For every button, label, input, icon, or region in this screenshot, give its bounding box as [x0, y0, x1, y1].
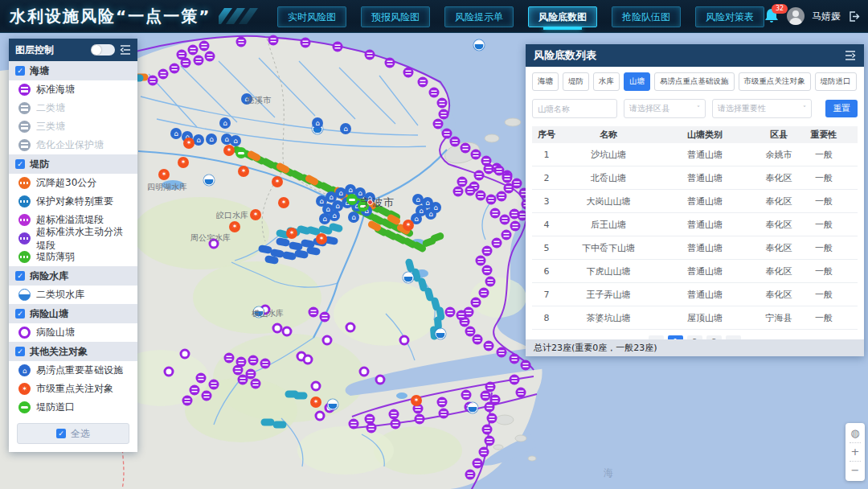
- table-row[interactable]: 4后王山塘普通山塘奉化区一般: [532, 213, 858, 236]
- seawall-marker[interactable]: [418, 77, 428, 88]
- seawall-marker[interactable]: [205, 51, 215, 62]
- risky-pond-marker[interactable]: [375, 375, 386, 385]
- reservoir-marker[interactable]: [403, 273, 414, 283]
- logout-icon[interactable]: [848, 10, 860, 23]
- seawall-marker[interactable]: [158, 69, 169, 80]
- seawall-marker[interactable]: [439, 109, 449, 120]
- seawall-marker[interactable]: [224, 353, 235, 364]
- nav-button[interactable]: 风险提示单: [444, 6, 514, 27]
- seawall-marker[interactable]: [473, 458, 483, 469]
- seawall-marker[interactable]: [437, 397, 448, 408]
- panel-collapse-icon[interactable]: [845, 51, 856, 60]
- seawall-marker[interactable]: [268, 35, 279, 46]
- reset-button[interactable]: 重置: [825, 100, 858, 117]
- seawall-marker[interactable]: [510, 221, 521, 232]
- seawall-marker[interactable]: [177, 50, 187, 60]
- seawall-marker[interactable]: [502, 230, 512, 240]
- seawall-marker[interactable]: [500, 215, 510, 225]
- city-focus-marker[interactable]: [250, 209, 261, 220]
- layer-item[interactable]: 保护对象特别重要: [9, 192, 137, 211]
- seawall-marker[interactable]: [476, 256, 486, 266]
- seawall-marker[interactable]: [479, 447, 489, 458]
- flood-point-marker[interactable]: [206, 134, 217, 145]
- layer-item[interactable]: 二类塘: [9, 99, 137, 117]
- seawall-marker[interactable]: [188, 45, 199, 55]
- risky-pond-marker[interactable]: [346, 323, 356, 333]
- table-row[interactable]: 7王子弄山塘普通山塘奉化区一般: [532, 283, 858, 306]
- category-tab[interactable]: 海塘: [532, 72, 559, 91]
- seawall-marker[interactable]: [365, 50, 375, 60]
- risky-pond-marker[interactable]: [282, 327, 293, 337]
- section-checkbox[interactable]: ✓: [15, 271, 25, 281]
- seawall-marker[interactable]: [320, 312, 330, 323]
- table-row[interactable]: 3大岗山山塘普通山塘奉化区一般: [532, 190, 858, 213]
- seawall-marker[interactable]: [457, 310, 467, 321]
- layer-item[interactable]: 危化企业保护塘: [9, 136, 137, 154]
- flood-point-marker[interactable]: [425, 208, 436, 220]
- risky-pond-marker[interactable]: [359, 367, 370, 377]
- seawall-marker[interactable]: [429, 88, 440, 98]
- flood-point-marker[interactable]: [193, 134, 204, 146]
- city-focus-marker[interactable]: [278, 197, 289, 208]
- nav-button[interactable]: 风险对策表: [695, 6, 764, 27]
- layer-section-header[interactable]: ✓其他关注对象: [9, 342, 137, 361]
- reservoir-marker[interactable]: [436, 329, 446, 339]
- layer-item[interactable]: 堤防道口: [9, 398, 137, 417]
- layer-item[interactable]: 标准海塘: [9, 80, 137, 99]
- city-focus-marker[interactable]: [316, 233, 327, 244]
- seawall-marker[interactable]: [484, 341, 494, 351]
- district-select[interactable]: 请选择区县 ˅: [624, 99, 706, 118]
- section-checkbox[interactable]: ✓: [15, 309, 25, 318]
- layer-item[interactable]: 病险山塘: [9, 323, 137, 342]
- category-tab[interactable]: 易涝点重点基础设施: [654, 72, 735, 91]
- risky-pond-marker[interactable]: [164, 367, 174, 377]
- seawall-marker[interactable]: [485, 436, 495, 446]
- seawall-marker[interactable]: [510, 354, 520, 364]
- category-tab[interactable]: 堤防: [563, 72, 589, 91]
- seawall-marker[interactable]: [482, 425, 493, 435]
- seawall-marker[interactable]: [482, 246, 493, 257]
- seawall-marker[interactable]: [502, 173, 513, 183]
- city-focus-marker[interactable]: [310, 397, 321, 408]
- seawall-marker[interactable]: [471, 298, 481, 308]
- table-row[interactable]: 8茶婆坑山塘屋顶山塘宁海县一般: [532, 306, 858, 330]
- seawall-marker[interactable]: [479, 288, 489, 298]
- seawall-marker[interactable]: [391, 419, 401, 429]
- seawall-marker[interactable]: [199, 41, 210, 51]
- seawall-marker[interactable]: [439, 409, 449, 419]
- layer-section-header[interactable]: ✓病险山塘: [9, 304, 137, 323]
- city-focus-marker[interactable]: [229, 221, 240, 232]
- seawall-marker[interactable]: [148, 76, 158, 86]
- dike-segment-marker[interactable]: [294, 392, 308, 400]
- category-tab[interactable]: 堤防道口: [815, 72, 857, 91]
- zoom-in-button[interactable]: +: [845, 445, 865, 459]
- flood-point-marker[interactable]: [170, 128, 182, 139]
- city-focus-marker[interactable]: [272, 176, 283, 187]
- select-all-checkbox[interactable]: ✓: [56, 429, 66, 438]
- seawall-marker[interactable]: [487, 413, 497, 424]
- city-focus-marker[interactable]: [411, 395, 422, 406]
- section-checkbox[interactable]: ✓: [15, 66, 25, 76]
- seawall-marker[interactable]: [486, 195, 497, 205]
- seawall-marker[interactable]: [521, 360, 531, 371]
- layer-section-header[interactable]: ✓病险水库: [9, 266, 137, 286]
- seawall-marker[interactable]: [260, 359, 271, 369]
- importance-select[interactable]: 请选择重要性 ˅: [712, 99, 812, 118]
- city-focus-marker[interactable]: [223, 145, 235, 156]
- seawall-marker[interactable]: [485, 277, 496, 287]
- seawall-marker[interactable]: [461, 143, 471, 154]
- layer-toggle-switch[interactable]: [91, 44, 115, 55]
- seawall-marker[interactable]: [389, 409, 399, 420]
- seawall-marker[interactable]: [209, 380, 219, 390]
- seawall-marker[interactable]: [465, 470, 476, 480]
- seawall-marker[interactable]: [248, 355, 259, 366]
- zoom-out-button[interactable]: −: [845, 463, 865, 478]
- seawall-marker[interactable]: [471, 150, 481, 160]
- city-focus-marker[interactable]: [178, 157, 189, 168]
- user-avatar[interactable]: [787, 7, 805, 25]
- reservoir-marker[interactable]: [204, 175, 215, 186]
- city-focus-marker[interactable]: [238, 166, 249, 177]
- seawall-marker[interactable]: [453, 187, 464, 197]
- dike-gate-marker[interactable]: [346, 194, 358, 205]
- seawall-marker[interactable]: [170, 64, 180, 74]
